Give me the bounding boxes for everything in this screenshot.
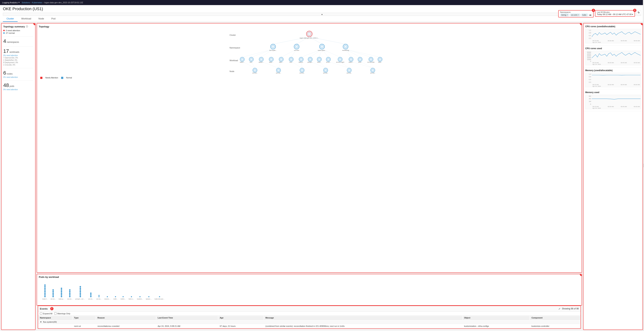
tab-workload[interactable]: Workload <box>18 16 35 22</box>
timerange-badge: 2 <box>633 9 636 12</box>
svg-line-87 <box>346 49 371 57</box>
event-last-time: Apr 24, 2024, 9:08:21 AM <box>156 324 218 328</box>
svg-text:10.0.10...: 10.0.10... <box>370 72 375 74</box>
ns-node-4 <box>343 44 348 49</box>
svg-text:10.0.10...: 10.0.10... <box>346 72 352 74</box>
info-icon[interactable]: ⓘ <box>26 25 28 28</box>
cluster-node-label: logan-data-gen-dev_2023-1... <box>300 37 319 39</box>
namespaces-label: namespaces <box>7 41 19 43</box>
ns-tag-2[interactable]: oci-onm × <box>570 14 580 16</box>
mem-chart2-plot <box>592 95 640 105</box>
pods-chart: kube-f... oci-on... <box>39 280 580 300</box>
topology-panel: 3 Topology Cluster Namespace Workload No… <box>36 23 582 273</box>
svg-text:oci-sh...: oci-sh... <box>326 62 331 63</box>
namespaces-badge: 1 <box>592 9 595 12</box>
tab-node[interactable]: Node <box>35 16 48 22</box>
pod-col-12: kustom... <box>137 296 143 300</box>
pod-dots-12 <box>140 296 140 297</box>
events-badge: 7 <box>50 307 54 310</box>
svg-line-8 <box>273 37 309 44</box>
svg-point-63 <box>300 68 304 72</box>
cpu-chart1-area: 1.2 0.8 0.4 0.0 08:15 AMApr 24, 2024 08:… <box>585 29 641 43</box>
pod-name-12: kustom... <box>137 298 143 300</box>
svg-point-48 <box>358 57 362 62</box>
tab-pod[interactable]: Pod <box>48 16 59 22</box>
pod-dots-7 <box>98 295 100 297</box>
svg-point-72 <box>370 68 375 72</box>
ym-1.2: 1.2 <box>586 73 591 75</box>
namespace-label: Namespace <box>230 47 240 49</box>
svg-point-69 <box>347 68 351 72</box>
timerange-dropdown-icon[interactable]: ▾ <box>632 13 633 16</box>
namespaces-selector[interactable]: Namespaces itoring × oci-onm × kube- ◀▶ … <box>558 10 594 18</box>
col-age: Age <box>218 316 264 320</box>
ns-tag-3[interactable]: kube- <box>581 14 588 16</box>
app-selector[interactable]: Logging Analytics ▾ <box>2 1 20 4</box>
svg-point-60 <box>276 68 281 72</box>
ns-tag-1[interactable]: itoring × <box>560 14 569 16</box>
mem-chart1-title: Memory (used/allocatable) <box>585 69 641 72</box>
mem-chart2-area: 6M 4M 2M 0 08:15 AMApr 24, 2024 08:30 AM… <box>585 95 641 109</box>
blue-dot <box>3 32 5 34</box>
svg-line-75 <box>242 49 273 57</box>
warnings-only-check[interactable]: Warnings Only <box>54 312 70 315</box>
svg-point-57 <box>253 68 257 72</box>
mem-chart1-plot <box>592 73 640 84</box>
breadcrumb-kubernetes[interactable]: Kubernetes <box>32 2 42 4</box>
timerange-selector[interactable]: Last 60 Minutes Today 08:12 AM - 09:12 A… <box>595 10 635 17</box>
workloads-count: 17 <box>3 48 9 54</box>
svg-line-78 <box>281 49 296 57</box>
collapse-header[interactable]: ▲ <box>3 13 641 16</box>
namespaces-tags: itoring × oci-onm × kube- ◀▶ <box>560 14 592 16</box>
pod-dots-2 <box>52 289 54 297</box>
breadcrumb-solutions[interactable]: Solutions <box>22 2 30 4</box>
svg-line-86 <box>346 49 360 57</box>
events-title: Events <box>40 307 48 310</box>
events-header-row: Namespace Type Reason Last Event Time Ag… <box>38 316 580 320</box>
events-group-name[interactable]: ▼ flux-system(30) <box>38 320 580 324</box>
pods-title: Pods by workload <box>39 276 580 278</box>
workloads-sub2: 1 StatefulSet, 0% <box>3 59 33 61</box>
svg-text:10.0.10...: 10.0.10... <box>252 72 258 74</box>
svg-text:nort...: nort... <box>250 62 253 63</box>
pod-name-4: csi-oci... <box>67 298 72 300</box>
ym2-0: 0 <box>586 103 591 105</box>
col-last-event: Last Event Time <box>156 316 218 320</box>
expand-icon[interactable]: ⤢ <box>558 307 560 310</box>
needs-attention-legend <box>40 77 42 79</box>
workloads-stat: 17 workloads 0% need attention 7 DaemonS… <box>3 46 33 66</box>
refresh-button[interactable]: ↻ <box>636 10 641 15</box>
events-header: Events 7 ⤢ Showing 98 of 98 <box>38 306 580 311</box>
col-object: Object <box>463 316 530 320</box>
svg-point-21 <box>269 57 274 62</box>
x2-0830: 08:30 AM <box>608 62 614 65</box>
expand-all-checkbox[interactable] <box>40 312 42 315</box>
pods-label: pods <box>10 85 14 88</box>
y-300m: 300M <box>586 55 591 57</box>
namespaces-count: 4 <box>3 38 6 44</box>
pod-name-14: kube-dns-autoscaler <box>155 298 165 300</box>
pod-col-14: kube-dns-autoscaler <box>155 296 165 300</box>
expand-group-icon[interactable]: ▼ <box>40 321 42 323</box>
warnings-only-checkbox[interactable] <box>54 312 56 315</box>
pod-col-6: oci-on... <box>88 292 93 300</box>
normal-legend-label: Normal <box>66 77 72 79</box>
ym2-2m: 2M <box>586 101 591 102</box>
tabs: Cluster Workload Node Pod <box>3 16 641 22</box>
events-thead: Namespace Type Reason Last Event Time Ag… <box>38 316 580 320</box>
ns-node-3 <box>320 44 324 49</box>
svg-point-54 <box>378 57 382 62</box>
expand-all-check[interactable]: Expand All <box>40 312 52 315</box>
namespaces-stat: 4 namespaces <box>3 36 33 44</box>
y-100m: 100M <box>586 59 591 61</box>
ns-more[interactable]: ◀▶ <box>589 14 592 16</box>
svg-line-80 <box>301 49 322 57</box>
svg-point-45 <box>349 57 353 62</box>
tab-cluster[interactable]: Cluster <box>3 16 18 22</box>
y-0: 0 <box>586 61 591 62</box>
app-dropdown-icon[interactable]: ▾ <box>18 1 20 4</box>
pod-dots-4 <box>69 289 70 297</box>
col-message: Message <box>264 316 462 320</box>
pod-dots-1 <box>44 284 46 297</box>
workloads-sub4: 1 CronJob, 0% <box>3 64 33 66</box>
